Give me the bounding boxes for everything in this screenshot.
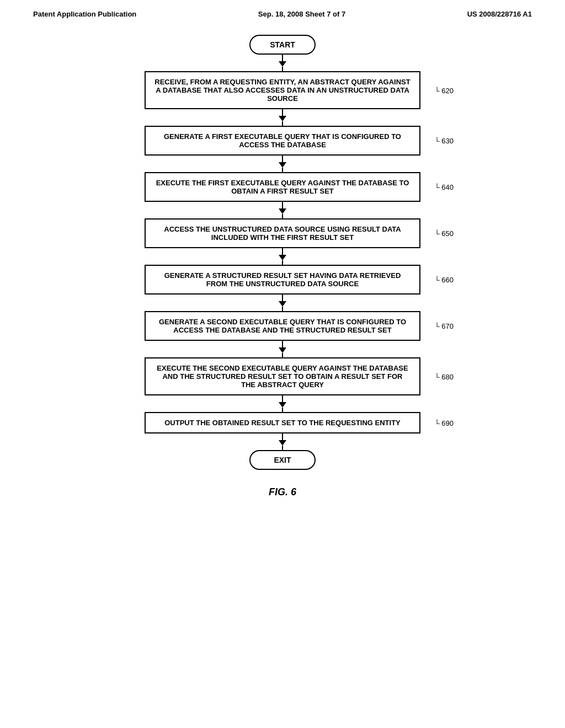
connector-2b [282, 121, 283, 126]
start-node: START [249, 35, 316, 55]
connector-8b [282, 408, 283, 412]
step-690: OUTPUT THE OBTAINED RESULT SET TO THE RE… [145, 412, 420, 433]
start-oval: START [249, 35, 316, 55]
connector-6 [282, 295, 283, 301]
step-630-text: GENERATE A FIRST EXECUTABLE QUERY THAT I… [164, 132, 401, 149]
connector-1b [282, 67, 283, 71]
step-660-label: └ 660 [434, 276, 454, 284]
arrow-8 [279, 402, 286, 408]
connector-9 [282, 433, 283, 440]
step-690-label: └ 690 [434, 419, 454, 427]
connector-1 [282, 55, 283, 61]
step-660: GENERATE A STRUCTURED RESULT SET HAVING … [145, 265, 420, 295]
step-680-box: EXECUTE THE SECOND EXECUTABLE QUERY AGAI… [145, 357, 420, 395]
arrow-7 [279, 347, 286, 353]
page-header: Patent Application Publication Sep. 18, … [0, 0, 565, 24]
figure-label: FIG. 6 [269, 486, 296, 498]
header-middle: Sep. 18, 2008 Sheet 7 of 7 [258, 10, 345, 18]
arrow-3 [279, 162, 286, 168]
step-670-label: └ 670 [434, 322, 454, 330]
step-660-text: GENERATE A STRUCTURED RESULT SET HAVING … [164, 271, 401, 288]
step-630-label: └ 630 [434, 137, 454, 145]
step-690-text: OUTPUT THE OBTAINED RESULT SET TO THE RE… [164, 419, 401, 427]
header-left: Patent Application Publication [33, 10, 136, 18]
connector-6b [282, 307, 283, 311]
step-650-label: └ 650 [434, 229, 454, 238]
step-670: GENERATE A SECOND EXECUTABLE QUERY THAT … [145, 311, 420, 341]
arrow-4 [279, 208, 286, 214]
step-630-box: GENERATE A FIRST EXECUTABLE QUERY THAT I… [145, 126, 420, 156]
connector-4b [282, 214, 283, 218]
step-620-box: RECEIVE, FROM A REQUESTING ENTITY, AN AB… [145, 71, 420, 109]
connector-3b [282, 168, 283, 172]
step-640-label: └ 640 [434, 183, 454, 191]
step-640: EXECUTE THE FIRST EXECUTABLE QUERY AGAIN… [145, 172, 420, 202]
connector-5b [282, 260, 283, 265]
step-640-box: EXECUTE THE FIRST EXECUTABLE QUERY AGAIN… [145, 172, 420, 202]
step-630: GENERATE A FIRST EXECUTABLE QUERY THAT I… [145, 126, 420, 156]
connector-9b [282, 446, 283, 450]
step-620-text: RECEIVE, FROM A REQUESTING ENTITY, AN AB… [154, 78, 410, 103]
connector-2 [282, 109, 283, 116]
step-690-box: OUTPUT THE OBTAINED RESULT SET TO THE RE… [145, 412, 420, 433]
step-670-text: GENERATE A SECOND EXECUTABLE QUERY THAT … [159, 318, 406, 334]
connector-3 [282, 156, 283, 162]
step-650: ACCESS THE UNSTRUCTURED DATA SOURCE USIN… [145, 218, 420, 248]
arrow-9 [279, 440, 286, 446]
exit-oval: EXIT [249, 450, 316, 470]
step-680: EXECUTE THE SECOND EXECUTABLE QUERY AGAI… [145, 357, 420, 395]
arrow-2 [279, 116, 286, 121]
connector-7 [282, 341, 283, 347]
connector-4 [282, 202, 283, 208]
arrow-6 [279, 301, 286, 307]
header-right: US 2008/228716 A1 [467, 10, 532, 18]
step-620: RECEIVE, FROM A REQUESTING ENTITY, AN AB… [145, 71, 420, 109]
step-650-box: ACCESS THE UNSTRUCTURED DATA SOURCE USIN… [145, 218, 420, 248]
step-680-label: └ 680 [434, 372, 454, 381]
step-660-box: GENERATE A STRUCTURED RESULT SET HAVING … [145, 265, 420, 295]
connector-7b [282, 353, 283, 357]
arrow-5 [279, 255, 286, 260]
step-680-text: EXECUTE THE SECOND EXECUTABLE QUERY AGAI… [157, 364, 408, 389]
connector-5 [282, 248, 283, 255]
arrow-1 [279, 61, 286, 67]
step-670-box: GENERATE A SECOND EXECUTABLE QUERY THAT … [145, 311, 420, 341]
step-620-label: └ 620 [434, 86, 454, 94]
step-640-text: EXECUTE THE FIRST EXECUTABLE QUERY AGAIN… [156, 179, 409, 195]
flowchart-diagram: START RECEIVE, FROM A REQUESTING ENTITY,… [0, 24, 565, 504]
exit-node: EXIT [249, 450, 316, 470]
step-650-text: ACCESS THE UNSTRUCTURED DATA SOURCE USIN… [164, 225, 401, 242]
connector-8 [282, 395, 283, 402]
